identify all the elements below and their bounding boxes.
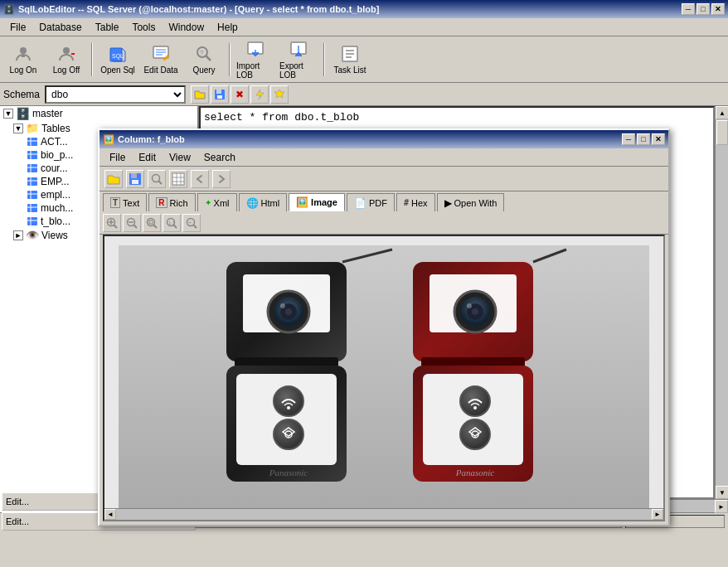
tab-open-with[interactable]: ▶ Open With: [437, 193, 505, 211]
col-minimize-button[interactable]: ─: [622, 133, 635, 145]
query-icon: ?: [194, 44, 214, 64]
tab-image-label: Image: [311, 197, 337, 207]
log-on-button[interactable]: Log On: [3, 40, 43, 80]
svg-rect-30: [27, 164, 37, 172]
edit-data-button[interactable]: Edit Data: [141, 40, 181, 80]
img-scroll-left[interactable]: ◄: [104, 509, 116, 520]
tab-xml[interactable]: ✦ Xml: [197, 193, 237, 211]
col-menu-search[interactable]: Search: [197, 150, 242, 165]
svg-line-56: [114, 225, 118, 228]
col-toolbar: [99, 167, 668, 191]
toolbar-separator-1: [91, 43, 93, 76]
tab-image[interactable]: 🖼️ Image: [289, 193, 345, 211]
svg-rect-27: [27, 151, 37, 159]
expand-tables[interactable]: ▼: [13, 124, 23, 133]
svg-point-99: [473, 406, 477, 410]
scroll-up-button[interactable]: ▲: [716, 106, 728, 119]
col-back-button[interactable]: [191, 170, 209, 188]
folder-open-button[interactable]: [191, 85, 209, 104]
open-with-tab-icon: ▶: [444, 197, 452, 209]
much-label: much...: [41, 202, 73, 214]
edit-data-label: Edit Data: [143, 65, 177, 75]
col-menu-edit[interactable]: Edit: [132, 150, 163, 165]
minimize-button[interactable]: ─: [682, 3, 695, 15]
table-icon-emp: [27, 176, 38, 187]
open-sql-button[interactable]: SQL Open Sql: [98, 40, 138, 80]
h-scroll-right[interactable]: ►: [715, 500, 728, 513]
log-on-icon: [13, 44, 33, 64]
schema-label: Schema: [3, 89, 40, 100]
toolbar-separator-2: [229, 43, 231, 76]
delete-small-button[interactable]: ✖: [231, 85, 249, 104]
col-forward-button[interactable]: [212, 170, 231, 188]
tree-item-master[interactable]: ▼ 🗄️ master: [0, 106, 197, 121]
svg-point-83: [287, 406, 290, 410]
col-search-button[interactable]: [148, 170, 166, 188]
table-icon-act: [27, 136, 38, 148]
import-lob-label: Import LOB: [236, 61, 274, 80]
tables-icon: 📁: [26, 122, 39, 134]
zoom-custom-button[interactable]: +: [182, 214, 201, 232]
img-scroll-track[interactable]: [116, 509, 652, 520]
col-save-button[interactable]: [126, 170, 144, 188]
svg-text:+: +: [188, 220, 192, 225]
hex-tab-icon: #: [404, 198, 409, 207]
menu-file[interactable]: File: [3, 20, 32, 35]
col-open-button[interactable]: [104, 170, 123, 188]
zoom-actual-button[interactable]: 1:1: [163, 214, 181, 232]
title-bar-left: 🗄️ SqlLobEditor -- SQL Server (@localhos…: [3, 4, 379, 15]
tblob-label: t_blo...: [41, 216, 70, 227]
zoom-in-button[interactable]: [103, 214, 121, 232]
open-sql-icon: SQL: [108, 44, 128, 64]
menu-tools[interactable]: Tools: [125, 20, 162, 35]
image-h-scrollbar[interactable]: ◄ ►: [104, 508, 663, 520]
scroll-down-button[interactable]: ▼: [716, 486, 728, 499]
table-icon-much: [27, 202, 38, 214]
tab-rich[interactable]: R Rich: [148, 193, 195, 211]
svg-point-0: [20, 47, 27, 54]
lightning-button[interactable]: [250, 85, 269, 104]
zoom-out-button[interactable]: [123, 214, 141, 232]
menu-window[interactable]: Window: [162, 20, 211, 35]
tab-pdf[interactable]: 📄 PDF: [347, 193, 395, 211]
import-lob-button[interactable]: Import LOB: [235, 40, 275, 80]
query-button[interactable]: ? Query: [184, 40, 224, 80]
zoom-fit-button[interactable]: [143, 214, 161, 232]
maximize-button[interactable]: □: [696, 3, 710, 15]
save-small-button[interactable]: [211, 85, 229, 104]
col-menu-view[interactable]: View: [163, 150, 197, 165]
tab-text[interactable]: T Text: [103, 193, 147, 211]
expand-master[interactable]: ▼: [3, 109, 13, 119]
col-title-left: 🖼️ Column: f_blob: [103, 134, 185, 145]
img-scroll-right[interactable]: ►: [652, 509, 663, 520]
table-icon-tblob: [27, 216, 38, 227]
col-title-buttons: ─ □ ✕: [622, 133, 665, 145]
act-label: ACT...: [41, 136, 68, 148]
scroll-track[interactable]: [716, 119, 728, 486]
menu-help[interactable]: Help: [211, 20, 245, 35]
tab-pdf-label: PDF: [369, 198, 387, 208]
svg-line-66: [174, 225, 177, 228]
tab-html[interactable]: 🌐 Html: [239, 193, 288, 211]
expand-views[interactable]: ►: [13, 230, 23, 240]
log-off-button[interactable]: Log Off: [46, 40, 86, 80]
svg-line-11: [206, 56, 211, 61]
col-grid-button[interactable]: [169, 170, 187, 188]
svg-rect-42: [27, 217, 37, 225]
v-scrollbar[interactable]: ▲ ▼: [715, 106, 728, 499]
menu-table[interactable]: Table: [89, 20, 126, 35]
close-button[interactable]: ✕: [711, 3, 725, 15]
dollar-button[interactable]: [270, 85, 289, 104]
schema-select[interactable]: dbo: [45, 85, 186, 104]
col-maximize-button[interactable]: □: [637, 133, 650, 145]
col-close-button[interactable]: ✕: [652, 133, 665, 145]
table-icon-bio: [27, 149, 38, 161]
export-lob-button[interactable]: Export LOB: [279, 40, 318, 80]
app-title: SqlLobEditor -- SQL Server (@localhost:m…: [18, 4, 379, 14]
tab-text-label: Text: [123, 198, 139, 208]
scroll-thumb[interactable]: [716, 120, 728, 145]
menu-database[interactable]: Database: [32, 20, 88, 35]
task-list-button[interactable]: Task List: [330, 40, 370, 80]
col-menu-file[interactable]: File: [103, 150, 132, 165]
tab-hex[interactable]: # Hex: [396, 193, 435, 211]
